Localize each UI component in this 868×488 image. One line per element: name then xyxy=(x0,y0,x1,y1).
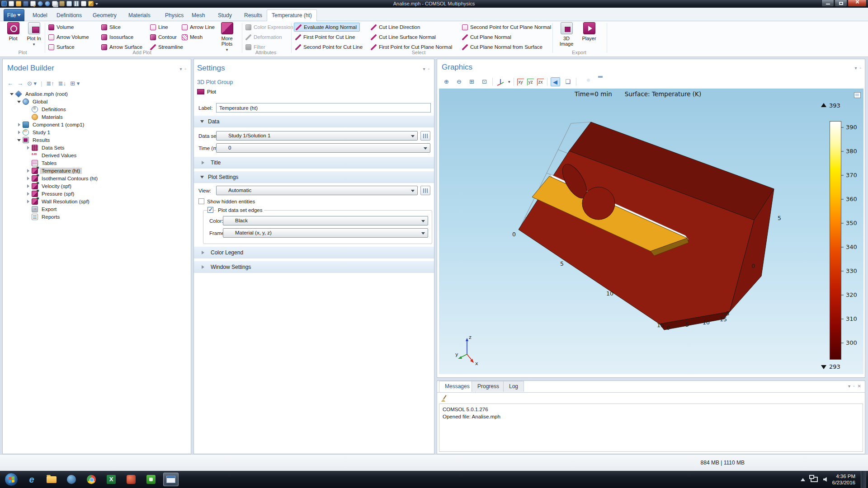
tab-progress[interactable]: Progress xyxy=(472,381,505,392)
plot-edges-checkbox[interactable] xyxy=(208,207,213,213)
data-set-combo[interactable]: Study 1/Solution 1 xyxy=(216,131,418,141)
zoom-out-icon[interactable]: ⊖ xyxy=(454,77,464,86)
tab-results[interactable]: Results xyxy=(240,10,267,21)
tree-item-pressure[interactable]: Pressure (spf) xyxy=(5,190,189,197)
tree-item-global[interactable]: Global xyxy=(5,98,189,105)
network-icon[interactable] xyxy=(811,477,818,482)
deformation-button[interactable]: Deformation xyxy=(245,33,282,42)
tree-item-wall-resolution[interactable]: Wall Resolution (spf) xyxy=(5,197,189,205)
add-volume-button[interactable]: Volume xyxy=(48,23,74,32)
view-add-button[interactable] xyxy=(420,186,430,195)
section-plot-settings[interactable]: Plot Settings xyxy=(194,171,434,183)
tab-geometry[interactable]: Geometry xyxy=(88,10,121,21)
tree-item-temperature-ht[interactable]: Temperature (ht) xyxy=(5,167,189,174)
evaluate-along-normal-button[interactable]: Evaluate Along Normal xyxy=(294,23,360,32)
tray-clock[interactable]: 4:36 PM 6/23/2016 xyxy=(832,473,855,486)
tree-item-derived-values[interactable]: Derived Values xyxy=(5,151,189,159)
cut-line-direction-button[interactable]: Cut Line Direction xyxy=(371,23,420,32)
tab-materials[interactable]: Materials xyxy=(124,10,155,21)
taskbar-chrome-icon[interactable] xyxy=(84,473,99,486)
3d-image-button[interactable]: 3D Image xyxy=(556,22,577,47)
go-to-default-view-icon[interactable] xyxy=(496,78,505,86)
view-yz-button[interactable]: yz xyxy=(527,79,534,85)
panel-menu-icon[interactable]: ▾ xyxy=(179,66,182,71)
tab-messages[interactable]: Messages xyxy=(439,381,476,392)
taskbar-app-green-icon[interactable] xyxy=(143,473,159,486)
panel-menu-icon[interactable]: ▾ xyxy=(848,384,850,389)
panel-pin-icon[interactable]: ▫ xyxy=(428,66,429,71)
back-icon[interactable]: ← xyxy=(7,80,13,87)
taskbar-excel-icon[interactable]: X xyxy=(104,473,119,486)
tree-item-velocity[interactable]: Velocity (spf) xyxy=(5,182,189,190)
player-button[interactable]: Player xyxy=(579,22,599,41)
taskbar-explorer-icon[interactable] xyxy=(44,473,59,486)
cut-line-surface-normal-button[interactable]: Cut Line Surface Normal xyxy=(371,33,436,42)
show-hidden-checkbox[interactable] xyxy=(198,198,204,204)
settings-plot-button[interactable]: Plot xyxy=(197,89,216,94)
transparency-button[interactable]: ❏ xyxy=(563,77,573,86)
frame-combo[interactable]: Material (x, y, z) xyxy=(223,228,428,238)
tree-item-isothermal-contours[interactable]: Isothermal Contours (ht) xyxy=(5,174,189,182)
panel-detach-icon[interactable]: ▫ xyxy=(184,66,186,71)
tab-temperature-ht[interactable]: Temperature (ht) xyxy=(267,9,317,22)
start-button[interactable] xyxy=(5,473,18,486)
add-contour-button[interactable]: Contour xyxy=(150,33,177,42)
tab-definitions[interactable]: Definitions xyxy=(52,10,86,21)
section-data[interactable]: Data xyxy=(194,116,434,127)
3d-plot-scene[interactable] xyxy=(439,89,863,372)
tab-log[interactable]: Log xyxy=(503,381,524,392)
graphics-canvas[interactable]: Time=0 min Surface: Temperature (K) 0 5 xyxy=(439,89,863,374)
view-combo[interactable]: Automatic xyxy=(216,186,418,195)
add-arrow-line-button[interactable]: Arrow Line xyxy=(182,23,215,32)
snapshot-camera-icon[interactable] xyxy=(580,77,589,86)
add-arrow-volume-button[interactable]: Arrow Volume xyxy=(48,33,89,42)
taskbar-media-icon[interactable] xyxy=(64,473,79,486)
clear-messages-broom-icon[interactable] xyxy=(441,395,448,402)
speaker-icon[interactable] xyxy=(823,477,827,482)
add-line-button[interactable]: Line xyxy=(150,23,168,32)
tree-item-component1[interactable]: Component 1 (comp1) xyxy=(5,121,189,128)
move-up-icon[interactable]: ≣↑ xyxy=(46,80,54,87)
data-set-switch-button[interactable] xyxy=(420,131,430,141)
second-point-cut-plane-normal-button[interactable]: Second Point for Cut Plane Normal xyxy=(462,23,551,32)
section-title[interactable]: Title xyxy=(194,157,434,169)
zoom-box-icon[interactable]: ⊞ xyxy=(467,77,476,86)
move-down-icon[interactable]: ≣↓ xyxy=(58,80,66,87)
tree-item-definitions[interactable]: Definitions xyxy=(5,105,189,113)
tab-physics[interactable]: Physics xyxy=(160,10,188,21)
cut-plane-normal-button[interactable]: Cut Plane Normal xyxy=(462,33,511,42)
add-streamline-button[interactable]: Streamline xyxy=(150,42,183,52)
section-window-settings[interactable]: Window Settings xyxy=(194,261,434,273)
add-slice-button[interactable]: Slice xyxy=(101,23,121,32)
zoom-extents-icon[interactable]: ⊡ xyxy=(480,77,489,86)
panel-close-icon[interactable]: ✕ xyxy=(858,384,861,389)
taskbar-comsol-window[interactable] xyxy=(163,473,179,486)
more-plots-button[interactable]: More Plots xyxy=(217,22,237,52)
panel-menu-icon[interactable]: ▾ xyxy=(854,66,857,70)
tree-item-root[interactable]: Analise.mph (root) xyxy=(5,90,189,98)
tab-model[interactable]: Model xyxy=(28,10,52,21)
time-combo[interactable]: 0 xyxy=(216,143,430,153)
label-input[interactable]: Temperature (ht) xyxy=(216,103,431,113)
panel-menu-icon[interactable]: ▾ xyxy=(423,66,425,71)
color-expression-button[interactable]: Color Expression xyxy=(245,23,293,32)
file-menu-button[interactable]: File xyxy=(4,9,24,21)
view-xy-button[interactable]: xy xyxy=(517,79,524,85)
add-isosurface-button[interactable]: Isosurface xyxy=(101,33,133,42)
view-zx-button[interactable]: zx xyxy=(537,79,544,85)
print-icon[interactable] xyxy=(592,77,602,86)
scene-light-button[interactable]: ◀ xyxy=(551,77,560,86)
show-desktop-button[interactable] xyxy=(861,471,866,488)
add-mesh-button[interactable]: Mesh xyxy=(182,33,203,42)
forward-icon[interactable]: → xyxy=(17,80,23,87)
tree-item-materials[interactable]: Materials xyxy=(5,113,189,121)
add-surface-button[interactable]: Surface xyxy=(48,42,75,52)
cut-plane-normal-from-surface-button[interactable]: Cut Plane Normal from Surface xyxy=(462,42,542,52)
tree-item-export[interactable]: Export xyxy=(5,205,189,213)
view-dropdown-icon[interactable]: ▾ xyxy=(508,80,510,84)
taskbar-app-red-icon[interactable] xyxy=(123,473,139,486)
tray-show-hidden-icon[interactable] xyxy=(801,476,805,481)
second-point-cut-line-button[interactable]: Second Point for Cut Line xyxy=(295,42,363,52)
color-combo[interactable]: Black xyxy=(223,216,428,225)
plot-button[interactable]: Plot xyxy=(3,22,24,41)
